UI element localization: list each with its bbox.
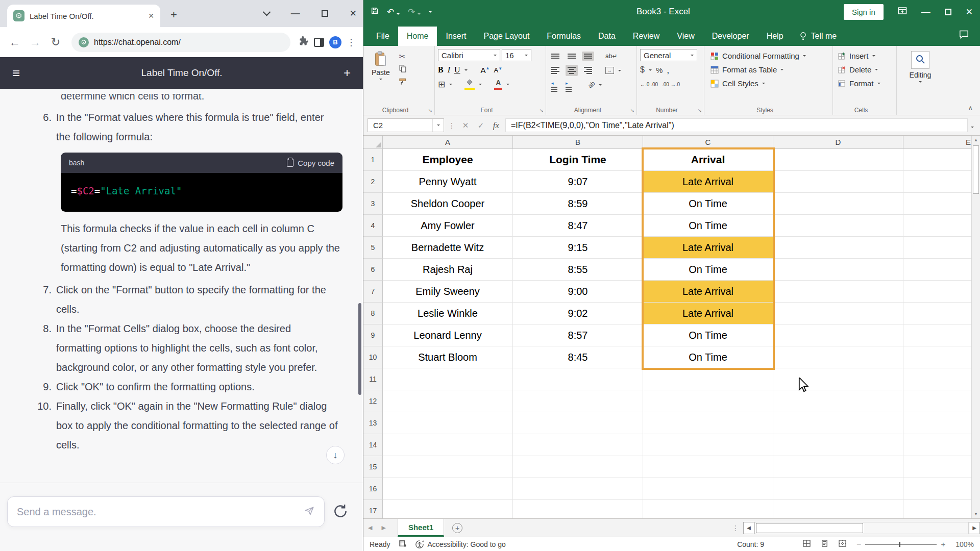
browser-minimize-icon[interactable]: — — [291, 8, 300, 19]
format-cells-button[interactable]: Format — [838, 77, 893, 90]
accounting-format-button[interactable]: $ — [640, 65, 645, 74]
cell-A9[interactable]: Leonard Lenny — [383, 324, 513, 346]
cell-C7[interactable]: Late Arrival — [643, 281, 773, 303]
select-all-corner[interactable] — [363, 136, 383, 149]
browser-tab[interactable]: Label Time On/Off. ✕ — [7, 5, 160, 27]
cell-E6[interactable] — [903, 259, 980, 281]
vertical-scrollbar[interactable]: ▲ ▼ — [971, 136, 980, 518]
profile-avatar[interactable]: B — [329, 36, 341, 48]
row-header-17[interactable]: 17 — [363, 500, 383, 518]
tell-me-button[interactable]: Tell me — [792, 27, 844, 46]
cell-E10[interactable] — [903, 346, 980, 368]
cell-B7[interactable]: 9:00 — [513, 281, 643, 303]
sheetbar-resize-dots[interactable]: ⋮ — [732, 524, 743, 532]
cell-C11[interactable] — [643, 368, 773, 390]
cell-B4[interactable]: 8:47 — [513, 215, 643, 237]
zoom-slider[interactable]: − + — [856, 540, 945, 549]
wrap-text-button[interactable]: ab↵ — [605, 53, 617, 60]
vertical-scrollbar-thumb[interactable] — [973, 145, 979, 194]
column-header-A[interactable]: A — [383, 136, 513, 149]
cell-E15[interactable] — [903, 456, 980, 478]
number-format-combo[interactable]: General — [640, 49, 697, 61]
cell-C4[interactable]: On Time — [643, 215, 773, 237]
cell-A1[interactable]: Employee — [383, 149, 513, 171]
cell-C13[interactable] — [643, 412, 773, 434]
comments-icon[interactable] — [952, 25, 976, 46]
cell-A14[interactable] — [383, 434, 513, 456]
zoom-out-icon[interactable]: − — [856, 540, 861, 549]
decrease-decimal-button[interactable]: .00 →.0 — [662, 82, 680, 87]
cell-C17[interactable] — [643, 500, 773, 518]
forward-icon[interactable]: → — [28, 36, 43, 49]
prev-sheet-icon[interactable]: ◀ — [363, 524, 377, 531]
scroll-up-icon[interactable]: ▲ — [972, 136, 980, 144]
row-header-16[interactable]: 16 — [363, 478, 383, 500]
cell-E5[interactable] — [903, 237, 980, 259]
row-header-12[interactable]: 12 — [363, 390, 383, 412]
new-chat-icon[interactable]: + — [344, 66, 351, 80]
collapse-ribbon-icon[interactable]: ∧ — [968, 104, 973, 112]
font-color-button[interactable]: A — [494, 79, 502, 90]
cell-B12[interactable] — [513, 390, 643, 412]
save-icon[interactable] — [371, 7, 379, 17]
cell-E9[interactable] — [903, 324, 980, 346]
cell-D13[interactable] — [773, 412, 903, 434]
row-header-13[interactable]: 13 — [363, 412, 383, 434]
column-header-B[interactable]: B — [513, 136, 643, 149]
format-as-table-button[interactable]: Format as Table — [710, 63, 829, 77]
cell-A17[interactable] — [383, 500, 513, 518]
cell-A15[interactable] — [383, 456, 513, 478]
cell-D11[interactable] — [773, 368, 903, 390]
align-top-button[interactable] — [549, 52, 561, 61]
sign-in-button[interactable]: Sign in — [844, 4, 884, 20]
orientation-button[interactable]: ab — [586, 80, 596, 89]
cell-C10[interactable]: On Time — [643, 346, 773, 368]
cell-C9[interactable]: On Time — [643, 324, 773, 346]
cell-C5[interactable]: Late Arrival — [643, 237, 773, 259]
name-box[interactable]: C2 — [368, 118, 444, 132]
row-header-9[interactable]: 9 — [363, 324, 383, 346]
conditional-formatting-button[interactable]: Conditional Formatting — [710, 49, 829, 63]
editing-button[interactable]: Editing — [900, 49, 941, 85]
macro-record-icon[interactable] — [399, 540, 406, 548]
message-input[interactable]: Send a message. — [7, 496, 325, 527]
ribbon-tab-review[interactable]: Review — [624, 27, 668, 46]
font-name-combo[interactable]: Calibri — [438, 49, 500, 61]
cell-D3[interactable] — [773, 193, 903, 215]
scroll-to-bottom-button[interactable]: ↓ — [326, 446, 345, 464]
row-header-5[interactable]: 5 — [363, 237, 383, 259]
cell-A2[interactable]: Penny Wyatt — [383, 171, 513, 193]
tab-search-chevron-icon[interactable] — [262, 8, 271, 16]
font-size-combo[interactable]: 16 — [502, 49, 531, 61]
font-color-dropdown[interactable] — [506, 84, 509, 85]
cancel-entry-icon[interactable]: ✕ — [459, 121, 472, 130]
cell-B1[interactable]: Login Time — [513, 149, 643, 171]
reload-icon[interactable]: ↻ — [48, 36, 63, 49]
excel-maximize-icon[interactable] — [945, 9, 951, 15]
scroll-left-icon[interactable]: ◀ — [743, 522, 754, 534]
accessibility-status[interactable]: Accessibility: Good to go — [415, 540, 505, 548]
italic-button[interactable]: I — [448, 65, 450, 74]
row-header-11[interactable]: 11 — [363, 368, 383, 390]
row-header-2[interactable]: 2 — [363, 171, 383, 193]
cell-D10[interactable] — [773, 346, 903, 368]
row-header-14[interactable]: 14 — [363, 434, 383, 456]
percent-style-button[interactable]: % — [656, 66, 663, 74]
bold-button[interactable]: B — [438, 65, 444, 74]
cell-B9[interactable]: 8:57 — [513, 324, 643, 346]
cell-C8[interactable]: Late Arrival — [643, 303, 773, 324]
back-icon[interactable]: ← — [7, 36, 22, 49]
tab-close-icon[interactable]: ✕ — [148, 12, 154, 20]
cell-A3[interactable]: Sheldon Cooper — [383, 193, 513, 215]
sidebar-menu-icon[interactable]: ≡ — [12, 65, 20, 81]
cell-D8[interactable] — [773, 303, 903, 324]
cell-C14[interactable] — [643, 434, 773, 456]
undo-icon[interactable]: ↶ — [387, 7, 400, 17]
cell-D16[interactable] — [773, 478, 903, 500]
cell-C3[interactable]: On Time — [643, 193, 773, 215]
row-header-15[interactable]: 15 — [363, 456, 383, 478]
cell-C16[interactable] — [643, 478, 773, 500]
chat-scrollbar[interactable] — [358, 303, 361, 395]
cell-E16[interactable] — [903, 478, 980, 500]
cell-E12[interactable] — [903, 390, 980, 412]
